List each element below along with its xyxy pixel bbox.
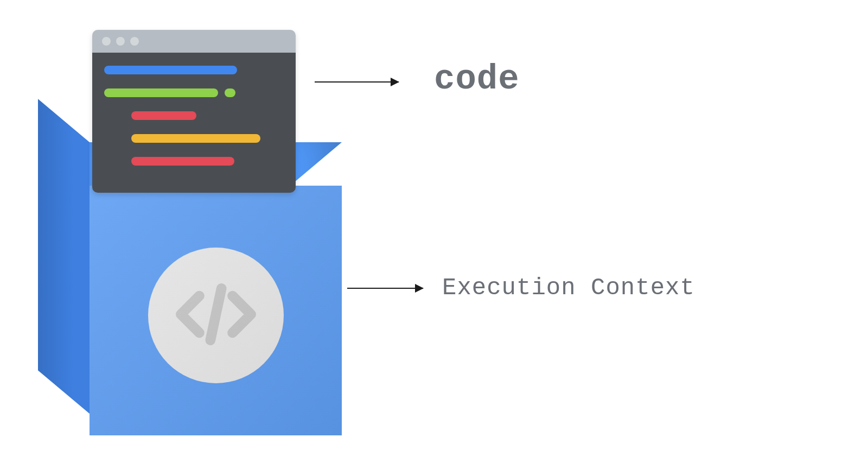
traffic-light-dot — [102, 37, 111, 46]
code-line — [131, 134, 260, 143]
box-front-face — [90, 186, 342, 435]
code-line — [131, 111, 196, 120]
window-titlebar — [92, 30, 296, 53]
code-badge-circle — [148, 248, 284, 383]
traffic-light-dot — [116, 37, 125, 46]
code-body — [92, 53, 296, 193]
label-execution-context: Execution Context — [442, 274, 695, 301]
diagram-stage: code Execution Context — [0, 0, 868, 456]
code-line — [104, 88, 284, 97]
code-window — [92, 30, 296, 193]
box-left-face — [38, 99, 90, 414]
label-code: code — [434, 60, 520, 99]
svg-line-0 — [210, 288, 221, 340]
arrow-to-context-label — [347, 288, 423, 289]
code-line — [131, 157, 234, 166]
code-line — [104, 66, 237, 74]
traffic-light-dot — [130, 37, 139, 46]
arrow-to-code-label — [315, 81, 399, 83]
code-angle-brackets-icon — [170, 268, 262, 363]
